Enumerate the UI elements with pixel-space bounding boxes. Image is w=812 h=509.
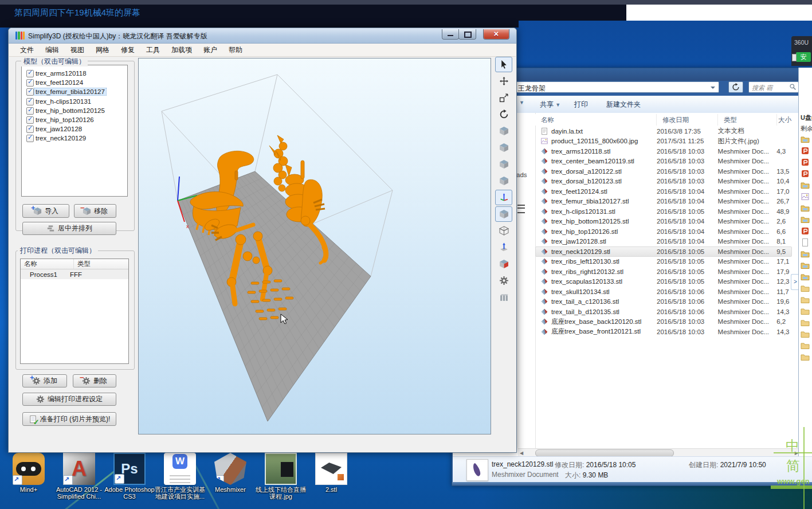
viewport-3d[interactable]: x (138, 58, 491, 434)
desktop-icon[interactable]: 线上线下结合直播课程.jpg (256, 452, 306, 500)
new-folder-button[interactable]: 新建文件夹 (606, 100, 641, 109)
file-row[interactable]: trex_h-clips120131.stl 2016/5/18 10:05 M… (535, 206, 792, 217)
viewport-tool-button[interactable] (495, 206, 512, 222)
menu-item[interactable]: 编辑 (40, 44, 64, 56)
address-bar[interactable]: 王龙骨架 (514, 81, 719, 93)
side-panel-file-icon[interactable] (801, 226, 810, 236)
model-checkbox[interactable] (26, 88, 34, 96)
file-row[interactable]: trex_dorsal_b120123.stl 2016/5/18 10:03 … (535, 177, 792, 187)
side-panel-file-icon[interactable] (801, 169, 810, 178)
model-checkbox[interactable] (26, 107, 34, 115)
menu-item[interactable]: 帮助 (223, 44, 248, 56)
file-row[interactable]: trex_ribs_right120132.stl 2016/5/18 10:0… (535, 267, 792, 277)
process-row[interactable]: Process1 FFF (21, 269, 128, 279)
file-row[interactable]: trex_ribs_left120130.stl 2016/5/18 10:05… (535, 257, 792, 267)
model-row[interactable]: trex_hip_top120126 (22, 115, 127, 124)
file-row[interactable]: trex_center_beam120119.stl 2016/5/18 10:… (535, 156, 792, 167)
side-panel-file-icon[interactable] (801, 272, 810, 281)
menu-item[interactable]: 工具 (141, 44, 165, 56)
side-panel-file-icon[interactable] (801, 318, 810, 327)
side-panel-file-icon[interactable] (801, 146, 810, 155)
column-header-size[interactable]: 大小 (777, 114, 792, 126)
desktop-icon[interactable]: Ps Adobe Photoshop CS3 (104, 452, 155, 500)
side-panel-file-icon[interactable] (801, 135, 810, 144)
side-panel-file-icon[interactable] (801, 261, 810, 270)
model-checkbox[interactable] (26, 116, 34, 124)
desktop-icon[interactable]: 2.stl (306, 452, 356, 500)
file-row[interactable]: trex_femur_tibia120127.stl 2016/5/18 10:… (535, 197, 792, 207)
file-row[interactable]: trex_hip_top120126.stl 2016/5/18 10:04 M… (535, 226, 792, 237)
file-row[interactable]: dayin.la.txt 2016/3/8 17:35 文本文档 (535, 126, 792, 136)
side-panel-file-icon[interactable] (801, 181, 810, 190)
file-row[interactable]: trex_tail_a_c120136.stl 2016/5/18 10:06 … (535, 297, 792, 307)
viewport-tool-button[interactable] (495, 140, 512, 155)
model-checkbox[interactable] (26, 79, 34, 87)
share-button[interactable]: 共享 ▼ (540, 100, 560, 109)
model-checkbox[interactable] (26, 98, 34, 105)
model-row[interactable]: trex_feet120124 (22, 78, 127, 87)
file-row[interactable]: trex_hip_bottom120125.stl 2016/5/18 10:0… (535, 217, 792, 227)
side-panel-file-icon[interactable] (801, 284, 810, 293)
side-panel-file-icon[interactable] (801, 215, 810, 224)
viewport-tool-button[interactable] (495, 57, 512, 72)
process-col-type[interactable]: 类型 (74, 259, 94, 269)
file-row[interactable]: 底座trex_base_front120121.stl 2016/5/18 10… (535, 327, 792, 337)
delete-process-button[interactable]: −删除 (73, 374, 116, 387)
desktop-icon[interactable]: Mind+ (3, 452, 54, 500)
scroll-left-icon[interactable]: ◀ (520, 451, 523, 456)
file-row[interactable]: trex_feet120124.stl 2016/5/18 10:04 Mesh… (535, 186, 792, 197)
center-arrange-button[interactable]: 居中并排列 (22, 222, 116, 235)
minimize-button[interactable] (442, 29, 459, 40)
file-row[interactable]: trex_scapulas120133.stl 2016/5/18 10:05 … (535, 277, 792, 287)
viewport-tool-button[interactable] (495, 289, 512, 305)
side-panel-file-icon[interactable] (801, 238, 810, 247)
menu-item[interactable]: 账户 (198, 44, 222, 56)
close-button[interactable] (483, 29, 509, 40)
viewport-tool-button[interactable] (495, 123, 512, 139)
import-button[interactable]: +导入 (22, 204, 69, 218)
menu-item[interactable]: 修复 (116, 44, 140, 56)
model-row[interactable]: trex_neck120129 (22, 134, 127, 143)
side-panel-file-icon[interactable] (801, 192, 810, 201)
side-panel-file-icon[interactable] (801, 341, 810, 350)
model-row[interactable]: trex_jaw120128 (22, 124, 127, 134)
usb-tool-tab[interactable]: 360U 安 (791, 36, 812, 66)
organize-button-partial[interactable]: ▼ (519, 100, 524, 105)
viewport-tool-button[interactable] (495, 223, 512, 238)
refresh-button[interactable] (728, 81, 743, 93)
side-panel-file-icon[interactable] (801, 353, 810, 362)
file-row[interactable]: 底座trex_base_back120120.stl 2016/5/18 10:… (535, 317, 792, 327)
model-checkbox[interactable] (26, 126, 34, 133)
nav-item-partial[interactable]: ads (516, 171, 527, 178)
side-panel-file-icon[interactable] (801, 203, 810, 213)
viewport-tool-button[interactable] (495, 73, 512, 89)
column-header-type[interactable]: 类型 (718, 114, 777, 126)
model-checkbox[interactable] (26, 70, 34, 77)
process-col-name[interactable]: 名称 (21, 259, 74, 269)
viewport-tool-button[interactable] (495, 240, 512, 255)
model-row[interactable]: trex_femur_tibia120127 (22, 87, 127, 96)
menu-item[interactable]: 视图 (65, 44, 89, 56)
file-row[interactable]: product_120115_800x600.jpg 2017/5/31 11:… (535, 136, 792, 147)
model-row[interactable]: trex_hip_bottom120125 (22, 106, 127, 115)
file-row[interactable]: trex_neck120129.stl 2016/5/18 10:05 Mesh… (535, 246, 792, 257)
menu-item[interactable]: 文件 (15, 44, 39, 56)
side-panel-file-icon[interactable] (801, 330, 810, 339)
side-panel-file-icon[interactable] (801, 249, 810, 259)
viewport-tool-button[interactable] (495, 90, 512, 105)
horizontal-scrollbar[interactable]: ◀ ▶ (518, 448, 800, 457)
model-row[interactable]: trex_arms120118 (22, 69, 127, 78)
file-row[interactable]: trex_arms120118.stl 2016/5/18 10:03 Mesh… (535, 146, 792, 156)
viewport-tool-button[interactable] (495, 190, 512, 205)
desktop-icon[interactable]: W 晋江市产业实训基地建设项目实施... (155, 452, 205, 500)
side-panel-file-icon[interactable] (801, 307, 810, 316)
viewport-tool-button[interactable] (495, 256, 512, 272)
file-row[interactable]: trex_tail_b_d120135.stl 2016/5/18 10:06 … (535, 307, 792, 317)
viewport-tool-button[interactable] (495, 107, 512, 122)
add-process-button[interactable]: +添加 (22, 374, 67, 387)
column-header-date[interactable]: 修改日期 (657, 114, 718, 126)
search-input[interactable]: 搜索 霸 (748, 81, 799, 93)
simplify3d-titlebar[interactable]: Simplify3D (授权给中国人)by：晓龙汉化翻译 吾爱破解专版 (9, 28, 516, 44)
menu-item[interactable]: 加载项 (166, 44, 197, 56)
viewport-tool-button[interactable] (495, 273, 512, 288)
